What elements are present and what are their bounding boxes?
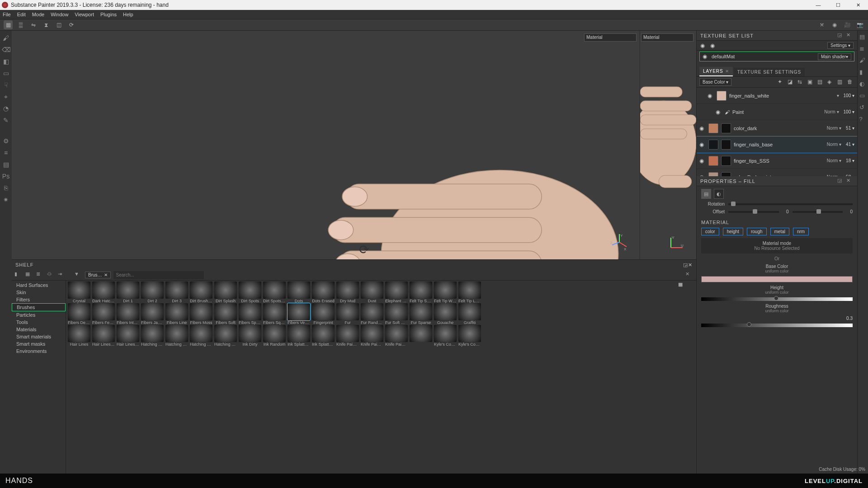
dock-log-icon[interactable]: ▮ [859,69,867,76]
toolbar-gizmo-icon[interactable]: ⤧ [817,20,826,29]
layer-blend-dropdown[interactable]: Norm ▾ [827,158,841,163]
menu-window[interactable]: Window [51,12,68,17]
chip-close-icon[interactable]: ✕ [104,272,108,277]
layer-opacity-dropdown[interactable]: 51 ▾ [846,126,854,131]
layer-opacity-dropdown[interactable]: 100 ▾ [844,93,854,98]
shelf-item[interactable]: Ink Splatter… [312,325,335,347]
shelf-item[interactable]: Fibers Verti… [288,303,310,325]
tsl-close-icon[interactable]: ✕ [846,32,854,39]
layer-swatch[interactable] [708,156,718,166]
shelf-item[interactable]: Felt Tip Lar… [458,282,481,303]
dock-layers-icon[interactable]: ≣ [859,45,867,52]
toolbar-photo-icon[interactable]: 📷 [855,20,864,29]
settings-icon[interactable]: ✷ [2,196,10,204]
clone-tool-icon[interactable]: ⌖ [2,93,10,101]
shelf-cat-materials[interactable]: Materials [12,326,66,333]
shelf-item[interactable]: Felt Tip Small [410,282,432,303]
minimize-button[interactable]: — [808,0,828,10]
gear-icon[interactable]: ⚙ [2,137,10,145]
shelf-item[interactable]: Dots [288,282,310,303]
shelf-cat-tools[interactable]: Tools [12,319,66,326]
layer-fill-icon[interactable]: ▣ [807,79,815,86]
shelf-cat-brushes[interactable]: Brushes [12,303,66,311]
shelf-item[interactable]: Ink Splatter… [288,325,310,347]
tsl-shader-dropdown[interactable]: Main shader▾ [818,53,851,60]
shelf-item[interactable]: Fur [336,303,359,325]
shelf-item[interactable]: Dirt Spots [239,282,261,303]
layer-visibility-icon[interactable]: ◉ [716,109,722,115]
layer-icon[interactable]: ▤ [2,161,10,169]
toolbar-grid4-icon[interactable]: ▦ [4,20,13,29]
shelf-item[interactable]: Hair Lines [68,325,90,347]
menu-edit[interactable]: Edit [17,12,26,17]
shelf-item[interactable]: Fibers Dense [68,303,90,325]
shelf-list-icon[interactable]: ≣ [36,271,44,279]
picker-tool-icon[interactable]: ✎ [2,117,10,125]
mat-btn-color[interactable]: color [701,228,719,235]
tab-layers-close-icon[interactable]: ✕ [725,69,729,74]
layer-row[interactable]: ◉🖌PaintNorm ▾100 ▾ [697,104,857,120]
menu-mode[interactable]: Mode [32,12,45,17]
smudge-tool-icon[interactable]: ☟ [2,81,10,89]
shelf-search-close-icon[interactable]: ✕ [685,271,693,279]
tsl-settings-dropdown[interactable]: Settings ▾ [827,42,854,49]
shelf-item[interactable]: Graffiti [458,303,481,325]
shelf-item[interactable]: Fibers Inter… [117,303,139,325]
shelf-item[interactable]: Crystal [68,282,90,303]
shelf-close-icon[interactable]: ✕ [688,262,693,268]
toolbar-refresh-icon[interactable]: ⟳ [67,20,76,29]
layer-blend-dropdown[interactable]: Norm ▾ [827,142,841,147]
layer-blend-dropdown[interactable]: ▾ [837,93,839,98]
tsl-eye-all-icon[interactable]: ◉ [700,42,707,49]
shelf-item[interactable]: Dirt 3 [165,282,188,303]
layer-row[interactable]: ◉finger_nails_white ▾100 ▾ [697,88,857,104]
shelf-item[interactable]: Fingerprint [312,303,335,325]
prop-close-icon[interactable]: ✕ [846,178,854,185]
tab-texture-set-settings[interactable]: TEXTURE SET SETTINGS [734,68,805,76]
ps-icon[interactable]: Ps [2,173,10,181]
shelf-item[interactable]: Hatching S… [190,325,212,347]
layer-swatch[interactable] [708,172,718,177]
layer-delete-icon[interactable]: 🗑 [847,79,854,86]
shelf-item[interactable]: Hair Lines … [92,325,115,347]
layer-opacity-dropdown[interactable]: 41 ▾ [846,142,854,147]
rotation-slider[interactable] [728,203,853,205]
sliders-icon[interactable]: ≡ [2,149,10,157]
layer-swatch[interactable] [708,140,718,150]
tsl-item-eye-icon[interactable]: ◉ [703,53,709,60]
brush-tool-icon[interactable]: 🖌 [2,34,10,42]
toolbar-frame-icon[interactable]: ◫ [54,20,63,29]
menu-help[interactable]: Help [123,12,133,17]
offset-u-slider[interactable] [728,211,779,213]
shelf-item[interactable]: Fibers Soft [214,303,237,325]
shelf-item[interactable]: Fur Soft Wi… [385,303,408,325]
viewport-3d[interactable]: Material ⟳ Y [12,31,639,259]
dock-help-icon[interactable]: ? [859,116,867,123]
layer-opacity-dropdown[interactable]: 100 ▾ [844,109,854,114]
dock-brush-icon[interactable]: 🖌 [859,57,867,64]
tsl-eye-icon[interactable]: ◉ [710,42,717,49]
channel-dropdown[interactable]: Base Color ▾ [699,78,731,86]
toolbar-grid9-icon[interactable]: ▒ [16,20,25,29]
layer-mask[interactable] [721,172,731,177]
height-slider[interactable] [701,297,853,301]
shelf-item[interactable]: Gouache [434,303,457,325]
dock-texture-icon[interactable]: ▤ [859,33,867,41]
layer-row[interactable]: ◉finger_tips_SSSNorm ▾18 ▾ [697,153,857,169]
layer-row[interactable]: ◉color_darkNorm ▾51 ▾ [697,120,857,136]
shelf-item[interactable]: Knife Painti… [336,325,359,347]
shelf-item[interactable]: Dirt 1 [117,282,139,303]
shelf-item[interactable]: Ink Dirty [239,325,261,347]
shelf-item[interactable]: Fibers Moss [190,303,212,325]
maximize-button[interactable]: ☐ [828,0,848,10]
layer-blend-dropdown[interactable]: Norm ▾ [824,109,839,114]
eraser-tool-icon[interactable]: ⌫ [2,46,10,54]
shelf-item[interactable]: Fibers Jagg… [141,303,164,325]
shelf-item[interactable]: Hatching G… [141,325,164,347]
shelf-hide-icon[interactable]: ⦵ [47,271,55,279]
layer-add-icon[interactable]: ▤ [817,79,825,86]
shelf-cat-skin[interactable]: Skin [12,289,66,296]
shelf-item[interactable]: Dust [361,282,383,303]
shelf-item[interactable]: Kyle's Conc… [458,325,481,347]
toolbar-cube-icon[interactable]: ◉ [830,20,839,29]
